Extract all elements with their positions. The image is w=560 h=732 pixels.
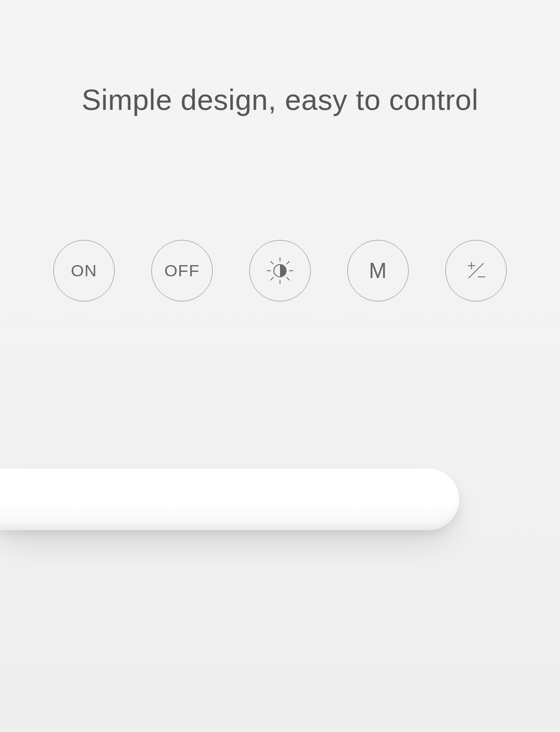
svg-line-6 xyxy=(287,277,290,280)
on-button-icon: ON xyxy=(53,240,115,302)
mode-button-icon: M xyxy=(347,240,409,302)
headline: Simple design, easy to control xyxy=(0,83,560,117)
off-label: OFF xyxy=(165,261,200,280)
mode-label: M xyxy=(369,259,388,283)
product-side-view xyxy=(0,469,459,530)
svg-line-8 xyxy=(287,262,290,265)
plus-minus-icon xyxy=(445,240,507,302)
svg-line-5 xyxy=(271,262,274,265)
off-button-icon: OFF xyxy=(151,240,213,302)
svg-line-7 xyxy=(271,277,274,280)
control-icons-row: ON OFF M xyxy=(53,240,507,302)
on-label: ON xyxy=(71,261,97,280)
brightness-icon xyxy=(249,240,311,302)
